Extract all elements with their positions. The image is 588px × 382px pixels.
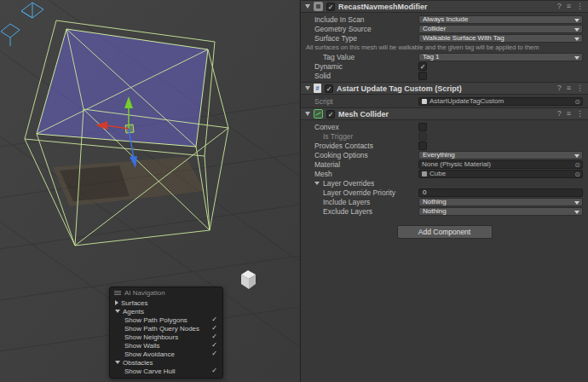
property-label: Geometry Source	[314, 25, 418, 33]
overlay-foldout-obstacles[interactable]: Obstacles	[110, 358, 222, 367]
geometry-source-dropdown[interactable]: Collider	[418, 25, 583, 33]
overlay-item-show-neighbours[interactable]: Show Neighbours	[110, 333, 222, 341]
property-label: Provides Contacts	[314, 142, 418, 150]
overlay-label: Show Neighbours	[124, 333, 178, 341]
overlay-item-show-walls[interactable]: Show Walls	[110, 341, 222, 350]
dropdown-value: Nothing	[423, 198, 447, 205]
help-icon[interactable]: ?	[557, 107, 562, 120]
overlay-label: Show Avoidance	[124, 350, 175, 358]
checkmark-icon	[211, 324, 217, 333]
component-body: Convex Is Trigger Provides Contacts Cook…	[301, 120, 588, 217]
property-row-provides-contacts: Provides Contacts	[301, 141, 588, 150]
overlay-foldout-agents[interactable]: Agents	[110, 307, 222, 315]
overlay-item-show-path-polygons[interactable]: Show Path Polygons	[110, 315, 222, 324]
add-component-button[interactable]: Add Component	[397, 225, 493, 239]
object-picker-icon[interactable]: ⊙	[574, 161, 580, 169]
property-row-convex: Convex	[301, 122, 588, 131]
property-row-include-in-scan: Include In Scan Always Include	[301, 14, 588, 24]
chevron-down-icon	[115, 310, 120, 313]
solid-checkbox[interactable]	[418, 72, 427, 80]
property-label: Cooking Options	[314, 151, 418, 159]
property-label: Layer Override Priority	[323, 188, 418, 197]
overlay-header[interactable]: AI Navigation	[110, 287, 222, 298]
object-field-value: None (Physic Material)	[422, 160, 491, 168]
cooking-options-dropdown[interactable]: Everything	[418, 151, 583, 159]
chevron-down-icon	[314, 182, 320, 185]
component-header-astart-update-tag-custom[interactable]: # Astart Update Tag Custom (Script) ? ≡ …	[301, 82, 588, 95]
overlay-label: Surfaces	[121, 299, 148, 307]
component-header-mesh-collider[interactable]: Mesh Collider ? ≡ ⋮	[301, 107, 588, 120]
component-body: Include In Scan Always Include Geometry …	[301, 13, 588, 82]
overlay-label: Show Carve Hull	[124, 368, 176, 375]
exclude-layers-dropdown[interactable]: Nothing	[418, 207, 583, 216]
property-label: Convex	[314, 123, 418, 131]
dropdown-value: Walkable Surface With Tag	[423, 34, 504, 42]
foldout-icon[interactable]	[305, 4, 310, 9]
mesh-collider-icon	[314, 109, 323, 119]
property-label: Include In Scan	[314, 15, 418, 24]
object-picker-icon[interactable]: ⊙	[574, 171, 580, 178]
checkmark-icon	[211, 341, 217, 350]
help-icon[interactable]: ?	[557, 0, 562, 13]
provides-contacts-checkbox[interactable]	[418, 142, 427, 150]
overlay-label: Show Path Query Nodes	[124, 325, 199, 333]
overlay-foldout-surfaces[interactable]: Surfaces	[110, 298, 222, 307]
object-field-value: AstartUpdateTagCustom	[429, 97, 504, 105]
tag-value-dropdown[interactable]: Tag 1	[418, 53, 583, 61]
surface-type-dropdown[interactable]: Walkable Surface With Tag	[418, 34, 583, 43]
surface-type-help-text: All surfaces on this mesh will be walkab…	[301, 43, 588, 52]
layer-overrides-foldout[interactable]: Layer Overrides	[301, 178, 588, 188]
overlay-item-show-path-query-nodes[interactable]: Show Path Query Nodes	[110, 324, 222, 333]
property-label: Tag Value	[323, 53, 418, 61]
drag-handle-icon[interactable]	[114, 291, 121, 295]
ai-navigation-overlay[interactable]: AI Navigation Surfaces Agents Show Path …	[109, 286, 223, 379]
property-label: Surface Type	[314, 34, 418, 43]
property-label: Exclude Layers	[323, 207, 418, 216]
overlay-item-show-carve-hull[interactable]: Show Carve Hull	[110, 367, 222, 375]
material-object-field[interactable]: None (Physic Material) ⊙	[418, 160, 583, 169]
foldout-icon[interactable]	[305, 86, 310, 90]
property-label: Layer Overrides	[323, 179, 374, 188]
overlay-label: Show Walls	[124, 342, 160, 350]
chevron-down-icon	[574, 38, 579, 41]
overlay-item-show-avoidance[interactable]: Show Avoidance	[110, 350, 222, 358]
presets-icon[interactable]: ≡	[567, 82, 571, 95]
property-row-mesh: Mesh Cube ⊙	[301, 169, 588, 178]
property-row-is-trigger: Is Trigger	[301, 131, 588, 141]
convex-checkbox[interactable]	[418, 123, 427, 131]
overlay-title: AI Navigation	[124, 289, 165, 297]
inspector-panel: RecastNavmeshModifier ? ≡ ⋮ Include In S…	[300, 0, 588, 382]
chevron-down-icon	[574, 56, 579, 60]
mesh-object-field[interactable]: Cube ⊙	[418, 170, 583, 178]
component-title: Astart Update Tag Custom (Script)	[337, 84, 462, 93]
property-label: Is Trigger	[323, 132, 418, 141]
component-header-recastnavmeshmodifier[interactable]: RecastNavmeshModifier ? ≡ ⋮	[301, 0, 588, 13]
script-object-field[interactable]: AstartUpdateTagCustom ⊙	[418, 97, 583, 106]
presets-icon[interactable]: ≡	[567, 107, 571, 120]
scene-view[interactable]: AI Navigation Surfaces Agents Show Path …	[0, 0, 299, 382]
help-icon[interactable]: ?	[557, 82, 562, 95]
foldout-icon[interactable]	[305, 112, 310, 116]
dropdown-value: Nothing	[423, 207, 447, 215]
include-in-scan-dropdown[interactable]: Always Include	[418, 15, 583, 24]
layer-override-priority-input[interactable]: 0	[418, 188, 583, 197]
object-picker-icon[interactable]: ⊙	[574, 98, 580, 106]
chevron-down-icon	[574, 19, 579, 22]
include-layers-dropdown[interactable]: Nothing	[418, 198, 583, 206]
chevron-down-icon	[574, 211, 579, 214]
kebab-menu-icon[interactable]: ⋮	[576, 107, 584, 120]
component-enabled-checkbox[interactable]	[326, 110, 335, 119]
component-enabled-checkbox[interactable]	[326, 3, 335, 11]
property-row-layer-override-priority: Layer Override Priority 0	[301, 188, 588, 197]
component-enabled-checkbox[interactable]	[325, 84, 333, 93]
overlay-label: Agents	[123, 308, 144, 315]
mesh-asset-icon	[422, 171, 427, 177]
kebab-menu-icon[interactable]: ⋮	[576, 82, 584, 95]
property-row-surface-type: Surface Type Walkable Surface With Tag	[301, 33, 588, 43]
dynamic-checkbox[interactable]	[418, 62, 427, 71]
property-label: Script	[314, 97, 418, 106]
object-field-value: Cube	[429, 170, 446, 177]
property-row-solid: Solid	[301, 71, 588, 80]
kebab-menu-icon[interactable]: ⋮	[576, 0, 584, 13]
presets-icon[interactable]: ≡	[567, 0, 571, 13]
